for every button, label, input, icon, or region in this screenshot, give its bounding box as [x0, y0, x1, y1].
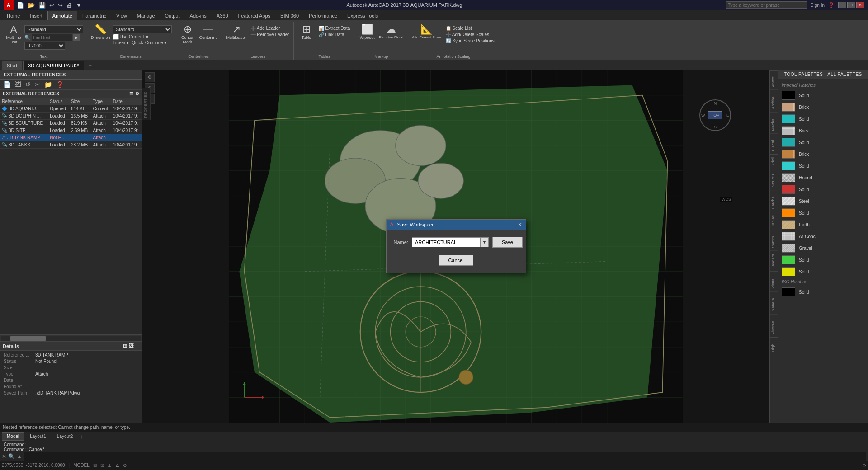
col-date[interactable]: Date — [111, 98, 142, 105]
centerline-button[interactable]: ― Centerline — [198, 24, 219, 41]
redo-button[interactable]: ↪ — [57, 1, 64, 9]
details-preview[interactable]: 🖼 — [129, 343, 134, 349]
multileader-button[interactable]: ↗ Multileader — [226, 24, 247, 41]
dialog-cancel-button[interactable]: Cancel — [439, 255, 473, 266]
palette-brick-3[interactable]: Brick — [778, 148, 868, 160]
tab-manage[interactable]: Manage — [132, 11, 160, 20]
palette-solid-7[interactable]: Solid — [778, 254, 868, 266]
snap-status[interactable]: ⊡ — [100, 463, 104, 468]
xref-detach[interactable]: ✂ — [33, 80, 42, 89]
side-tab-electri[interactable]: Electri... — [770, 133, 778, 154]
details-close[interactable]: ─ — [136, 343, 139, 349]
center-mark-button[interactable]: ⊕ CenterMark — [179, 24, 197, 45]
xref-attach-img[interactable]: 🖼 — [14, 80, 23, 89]
side-tab-comm[interactable]: Comm... — [770, 230, 778, 251]
extract-data-button[interactable]: 📊 Extract Data — [317, 25, 352, 31]
tab-bim360[interactable]: BIM 360 — [275, 11, 304, 20]
scroll-thumb[interactable] — [10, 336, 46, 341]
close-button[interactable]: ✕ — [856, 2, 864, 8]
palette-solid-1[interactable]: Solid — [778, 89, 868, 101]
palette-earth[interactable]: Earth — [778, 219, 868, 230]
col-status[interactable]: Status — [48, 98, 69, 105]
layout-tab-model[interactable]: Model — [2, 432, 24, 441]
details-view-toggle[interactable]: ⊞ — [123, 343, 127, 349]
col-size[interactable]: Size — [69, 98, 91, 105]
tab-insert[interactable]: Insert — [25, 11, 47, 20]
xref-help[interactable]: ❓ — [55, 80, 65, 89]
palette-gravel[interactable]: Gravel — [778, 242, 868, 254]
minimize-button[interactable]: ─ — [838, 2, 846, 8]
xref-row-3[interactable]: 📎3D SITE Loaded 2.69 MB Attach 10/4/2017… — [0, 127, 142, 134]
palette-solid-8[interactable]: Solid — [778, 266, 868, 277]
palette-solid-5[interactable]: Solid — [778, 183, 868, 195]
grid-status[interactable]: ⊞ — [93, 463, 97, 468]
undo-button[interactable]: ↩ — [48, 1, 56, 9]
xref-new-dxf[interactable]: 📄 — [2, 80, 12, 89]
print-button[interactable]: 🖨 — [65, 1, 74, 9]
add-leader-button[interactable]: ➕ Add Leader — [249, 25, 291, 31]
new-button[interactable]: 📄 — [15, 1, 25, 9]
doc-tab-add[interactable]: ＋ — [85, 61, 95, 70]
palette-iso-solid[interactable]: Solid — [778, 286, 868, 298]
find-text-input[interactable] — [32, 34, 72, 41]
dialog-name-input[interactable] — [412, 237, 481, 247]
palette-steel[interactable]: Steel — [778, 195, 868, 207]
layout-tab-layout1[interactable]: Layout1 — [25, 432, 51, 441]
tab-express-tools[interactable]: Express Tools — [342, 11, 383, 20]
cmd-expand-btn[interactable]: ▲ — [17, 453, 22, 460]
tab-output[interactable]: Output — [160, 11, 185, 20]
qat-dropdown[interactable]: ▼ — [75, 1, 83, 9]
find-text-go[interactable]: ▶ — [73, 34, 80, 41]
xref-row-4[interactable]: ⚠3D TANK RAMP Not F... Attach — [0, 134, 142, 141]
tab-performance[interactable]: Performance — [304, 11, 342, 20]
add-delete-scales-button[interactable]: ➕ Add/Delete Scales — [444, 32, 496, 38]
col-reference[interactable]: Reference ↑ — [0, 98, 48, 105]
palette-brick-2[interactable]: Brick — [778, 125, 868, 136]
open-button[interactable]: 📂 — [26, 1, 36, 9]
multiline-text-button[interactable]: A MultilineText — [5, 24, 23, 45]
add-current-scale-button[interactable]: 📐 Add Current Scale — [411, 24, 442, 40]
side-tab-tables[interactable]: Tables — [770, 212, 778, 230]
tab-view[interactable]: View — [111, 11, 132, 20]
revision-cloud-button[interactable]: ☁ Revision Cloud — [378, 24, 404, 40]
sync-scale-positions-button[interactable]: 🔄 Sync Scale Positions — [444, 38, 496, 44]
command-input[interactable] — [24, 452, 866, 461]
linear-btn[interactable]: Linear▼ — [113, 40, 130, 45]
xref-reload[interactable]: ↺ — [24, 80, 32, 89]
dialog-close-button[interactable]: ✕ — [518, 221, 522, 228]
palette-brick-1[interactable]: Brick — [778, 101, 868, 113]
dim-style-select[interactable]: Standard — [113, 25, 172, 33]
model-mode[interactable]: MODEL — [73, 463, 90, 468]
help-icon[interactable]: ❓ — [828, 2, 835, 8]
polar-status[interactable]: ∠ — [115, 463, 119, 468]
side-tab-civil[interactable]: Civil — [770, 154, 778, 168]
tab-a360[interactable]: A360 — [212, 11, 233, 20]
text-height-select[interactable]: 0.2000 — [24, 42, 65, 50]
restore-button[interactable]: □ — [847, 2, 855, 8]
palette-solid-4[interactable]: Solid — [778, 160, 868, 172]
side-tab-archite[interactable]: Archite... — [770, 90, 778, 112]
xref-scrollbar[interactable] — [0, 335, 142, 341]
link-data-button[interactable]: 🔗 Link Data — [317, 32, 352, 38]
text-style-select[interactable]: Standard — [24, 25, 83, 33]
palette-hound[interactable]: Hound — [778, 172, 868, 183]
layout-tab-layout2[interactable]: Layout2 — [52, 432, 78, 441]
scale-list-button[interactable]: 📋 Scale List — [444, 25, 496, 31]
cmd-close-btn[interactable]: ✕ — [2, 453, 6, 460]
app-icon[interactable]: A — [4, 0, 14, 10]
xref-row-5[interactable]: 📎3D TANKS Loaded 28.2 MB Attach 10/4/201… — [0, 141, 142, 149]
sign-in[interactable]: Sign In — [811, 3, 825, 8]
file-refs-list-view[interactable]: ☰ — [129, 91, 133, 96]
file-refs-settings[interactable]: ⚙ — [135, 91, 139, 96]
side-tab-annot[interactable]: Annot... — [770, 70, 778, 90]
side-tab-leaders[interactable]: Leaders — [770, 251, 778, 272]
tab-annotate[interactable]: Annotate — [47, 11, 77, 20]
cmd-search-btn[interactable]: 🔍 — [8, 453, 15, 460]
side-tab-fluores[interactable]: Fluores... — [770, 315, 778, 338]
search-input[interactable] — [726, 1, 807, 9]
palette-solid-2[interactable]: Solid — [778, 113, 868, 125]
remove-leader-button[interactable]: ➖ Remove Leader — [249, 32, 291, 38]
col-type[interactable]: Type — [91, 98, 111, 105]
side-tab-high[interactable]: High... — [770, 337, 778, 355]
xref-row-2[interactable]: 📎3D SCULPTURE Loaded 82.9 KB Attach 10/4… — [0, 120, 142, 127]
